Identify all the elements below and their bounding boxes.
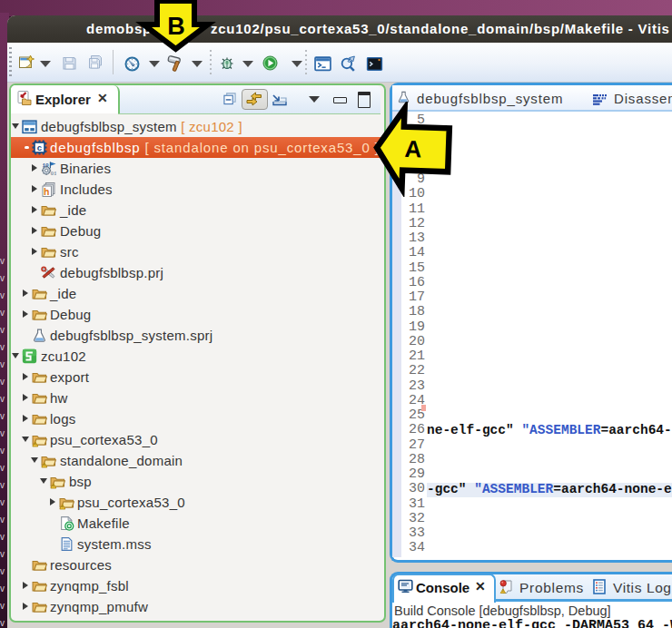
svg-text:B: B bbox=[167, 13, 185, 40]
svg-text:A: A bbox=[404, 135, 422, 163]
